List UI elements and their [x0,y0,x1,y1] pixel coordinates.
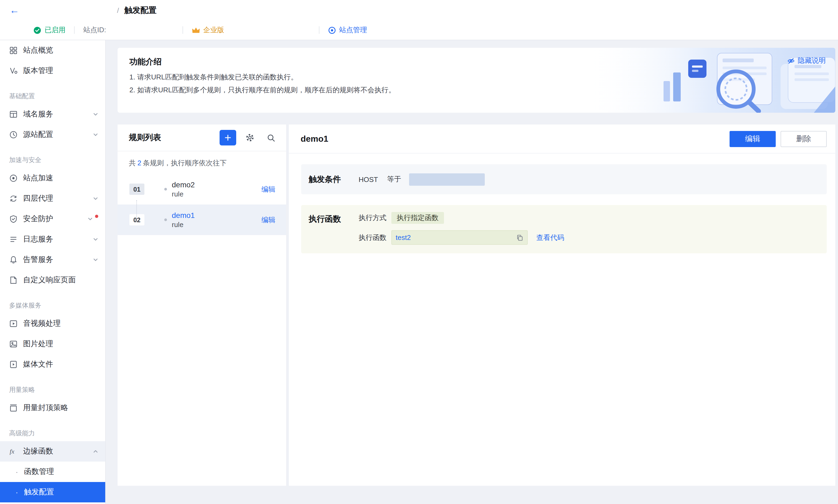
rule-list-title: 规则列表 [129,132,161,143]
sidebar-item-log-service[interactable]: 日志服务 [0,229,105,250]
execute-function-block: 执行函数 执行方式 执行指定函数 执行函数 test2 [301,205,827,253]
site-acceleration-icon [9,174,18,182]
sidebar-item-label: 用量封顶策略 [23,403,68,413]
notification-dot [95,215,98,218]
rule-detail-title: demo1 [301,134,328,144]
copy-button[interactable] [516,234,523,241]
banner-line-2: 2. 如请求URL匹配到多个规则，只执行顺序在前的规则，顺序在后的规则将不会执行… [129,84,835,96]
chevron-up-icon [93,449,98,454]
condition-field: HOST [359,175,378,183]
rule-edit-link[interactable]: 编辑 [262,184,275,194]
video-processing-icon [9,319,18,328]
delete-rule-button[interactable]: 删除 [781,131,827,147]
sidebar-item-l4-proxy[interactable]: 四层代理 [0,188,105,209]
site-status-bar: 已启用 站点ID: 企业版 站点管理 [0,20,838,40]
chevron-down-icon [93,196,98,201]
sidebar-item-site-overview[interactable]: 站点概览 [0,40,105,61]
rule-settings-button[interactable] [242,130,258,145]
domain-service-icon [9,110,18,119]
sidebar-item-image-processing[interactable]: 图片处理 [0,334,105,354]
sidebar: 站点概览 版本管理 基础配置 域名服务 源站配置 加速与安全 站点加速 四层代理 [0,40,106,504]
sidebar-item-label: 触发配置 [24,487,54,497]
sidebar-item-label: 版本管理 [23,66,53,76]
rule-search-button[interactable] [263,130,279,145]
status-label: 已启用 [44,25,66,35]
sidebar-item-media-file[interactable]: 媒体文件 [0,354,105,375]
sidebar-item-version-management[interactable]: 版本管理 [0,61,105,81]
chevron-down-icon [93,257,98,263]
divider [74,26,75,34]
sidebar-item-label: 四层代理 [23,194,53,203]
summary-count: 2 [138,159,141,167]
view-code-link[interactable]: 查看代码 [536,233,564,242]
trigger-condition-label: 触发条件 [309,174,359,184]
origin-config-icon [9,130,18,139]
add-rule-button[interactable] [219,130,236,145]
plan-label: 企业版 [203,25,224,35]
summary-suffix: 条规则，执行顺序依次往下 [143,159,227,167]
sidebar-subitem-function-management[interactable]: · 函数管理 [0,462,105,482]
rule-list-header: 规则列表 [118,125,286,151]
condition-value-redacted [409,173,485,185]
copy-icon [516,234,523,241]
sidebar-item-label: 告警服务 [23,255,53,265]
sidebar-item-edge-function[interactable]: fx 边缘函数 [0,441,105,462]
subitem-bullet: · [16,468,18,476]
crown-icon [191,26,200,34]
banner-title: 功能介绍 [129,57,835,67]
sidebar-item-site-acceleration[interactable]: 站点加速 [0,168,105,188]
site-id-label: 站点ID: [83,25,106,35]
rule-order-badge: 01 [129,183,144,195]
site-overview-icon [9,46,18,55]
media-file-icon [9,360,18,369]
edit-rule-button[interactable]: 编辑 [730,131,776,147]
status-badge: 已启用 [33,25,66,35]
execute-method-row: 执行方式 执行指定函数 [359,212,564,224]
site-manage-link[interactable]: 站点管理 [328,25,367,35]
content-panels: 规则列表 共2条规则，执行顺序依次往下 01 [118,125,835,486]
rule-texts: demo2 rule [172,180,195,198]
sidebar-item-av-processing[interactable]: 音视频处理 [0,313,105,334]
hide-description-link[interactable]: 隐藏说明 [787,56,826,66]
trigger-condition-block: 触发条件 HOST 等于 [301,164,827,194]
breadcrumb: ← / 触发配置 [0,0,838,20]
sidebar-item-label: 自定义响应页面 [23,275,76,285]
sidebar-item-security-protection[interactable]: 安全防护 [0,209,105,229]
usage-cap-icon [9,403,18,412]
rule-list-item-demo2[interactable]: 01 demo2 rule 编辑 [118,174,286,204]
rule-name: demo1 [172,211,195,220]
sidebar-item-label: 安全防护 [23,214,53,224]
sidebar-section-advanced: 高级能力 [0,418,105,441]
back-arrow-icon[interactable]: ← [10,5,21,15]
sidebar-item-label: 媒体文件 [23,360,53,369]
rule-list-item-demo1[interactable]: 02 demo1 rule 编辑 [118,204,286,235]
plan-badge[interactable]: 企业版 [191,25,224,35]
condition-operator: 等于 [387,175,401,184]
rule-list-panel: 规则列表 共2条规则，执行顺序依次往下 01 [118,125,286,486]
hide-eye-icon [787,57,795,65]
chevron-down-icon [93,132,98,138]
page-header: ← / 触发配置 已启用 站点ID: 企业版 站点管理 [0,0,838,40]
sidebar-item-label: 边缘函数 [23,447,53,456]
rule-description: rule [172,189,195,198]
version-icon [9,67,18,75]
sidebar-item-alarm-service[interactable]: 告警服务 [0,250,105,270]
function-name-link[interactable]: test2 [396,233,411,241]
check-circle-icon [33,26,41,34]
banner-line-1: 1. 请求URL匹配到触发条件则触发已关联的函数执行。 [129,71,835,84]
rule-description: rule [172,220,195,229]
sidebar-section-usage-policy: 用量策略 [0,375,105,398]
sidebar-subitem-trigger-config[interactable]: · 触发配置 [0,482,105,502]
rule-order-connector [136,200,137,223]
sidebar-item-origin-config[interactable]: 源站配置 [0,125,105,145]
sidebar-item-custom-response-page[interactable]: 自定义响应页面 [0,270,105,290]
sidebar-item-usage-cap-policy[interactable]: 用量封顶策略 [0,398,105,418]
chevron-down-icon [88,216,93,222]
chevron-down-icon [93,112,98,117]
sidebar-item-domain-service[interactable]: 域名服务 [0,104,105,125]
plus-icon [224,134,232,142]
rule-edit-link[interactable]: 编辑 [262,215,275,224]
svg-text:fx: fx [10,448,15,455]
fx-function-icon: fx [9,447,18,456]
rule-texts: demo1 rule [172,211,195,229]
